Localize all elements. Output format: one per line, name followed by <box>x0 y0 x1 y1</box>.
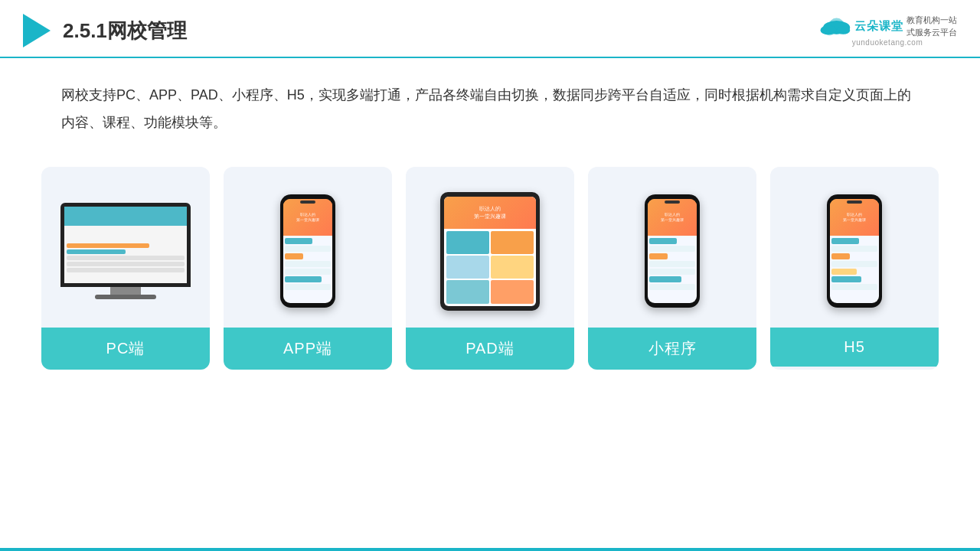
header: 2.5.1网校管理 云朵课堂 教育机构一站 式服务云平台 yunduoketan… <box>0 0 980 58</box>
cloud-icon <box>818 16 851 37</box>
brand-cloud: 云朵课堂 教育机构一站 式服务云平台 <box>818 15 957 38</box>
card-app-image: 职达人的第一堂兴趣课 <box>224 167 392 328</box>
pad-screen: 职达人的第一堂兴趣课 <box>444 197 536 306</box>
card-h5-label: H5 <box>770 328 939 367</box>
pc-monitor <box>60 203 191 287</box>
card-pc[interactable]: PC端 <box>41 167 210 370</box>
card-pc-label: PC端 <box>41 328 210 370</box>
card-app[interactable]: 职达人的第一堂兴趣课 APP端 <box>224 167 392 370</box>
card-pad-label: PAD端 <box>406 328 574 370</box>
svg-point-5 <box>837 26 851 34</box>
device-phone-h5: 职达人的第一堂兴趣课 <box>827 194 882 308</box>
header-left: 2.5.1网校管理 <box>23 14 187 47</box>
device-pc <box>60 203 191 299</box>
svg-point-4 <box>821 25 837 34</box>
card-miniapp-label: 小程序 <box>588 328 756 370</box>
card-app-label: APP端 <box>224 328 392 370</box>
pc-screen <box>64 207 187 283</box>
bottom-border-line <box>0 548 980 551</box>
phone-screen-h5: 职达人的第一堂兴趣课 <box>830 199 879 303</box>
brand-slogan: 教育机构一站 式服务云平台 <box>906 15 957 38</box>
device-phone-miniapp: 职达人的第一堂兴趣课 <box>645 194 700 308</box>
device-phone-app: 职达人的第一堂兴趣课 <box>280 194 335 308</box>
phone-screen-miniapp: 职达人的第一堂兴趣课 <box>648 199 697 303</box>
logo-arrow-icon <box>23 14 51 47</box>
card-pc-image <box>41 167 210 328</box>
phone-screen-app: 职达人的第一堂兴趣课 <box>283 199 332 303</box>
pc-stand <box>110 287 141 295</box>
description-paragraph: 网校支持PC、APP、PAD、小程序、H5，实现多端打通，产品各终端自由切换，数… <box>61 81 919 136</box>
card-h5-image: 职达人的第一堂兴趣课 <box>770 167 939 328</box>
card-miniapp-image: 职达人的第一堂兴趣课 <box>588 167 756 328</box>
cards-container: PC端 职达人的第一堂兴趣课 <box>0 159 980 385</box>
card-miniapp[interactable]: 职达人的第一堂兴趣课 小程序 <box>588 167 756 370</box>
brand-name: 云朵课堂 <box>854 19 903 34</box>
card-h5[interactable]: 职达人的第一堂兴趣课 H5 <box>770 167 939 370</box>
brand-url: yunduoketang.com <box>852 38 923 47</box>
pc-base <box>95 295 156 299</box>
header-right: 云朵课堂 教育机构一站 式服务云平台 yunduoketang.com <box>818 15 957 47</box>
card-pad-image: 职达人的第一堂兴趣课 <box>406 167 574 328</box>
description-text: 网校支持PC、APP、PAD、小程序、H5，实现多端打通，产品各终端自由切换，数… <box>0 58 980 152</box>
card-pad[interactable]: 职达人的第一堂兴趣课 PAD端 <box>406 167 574 370</box>
device-pad: 职达人的第一堂兴趣课 <box>440 192 540 311</box>
page-title: 2.5.1网校管理 <box>63 18 187 44</box>
brand-logo: 云朵课堂 教育机构一站 式服务云平台 yunduoketang.com <box>818 15 957 47</box>
